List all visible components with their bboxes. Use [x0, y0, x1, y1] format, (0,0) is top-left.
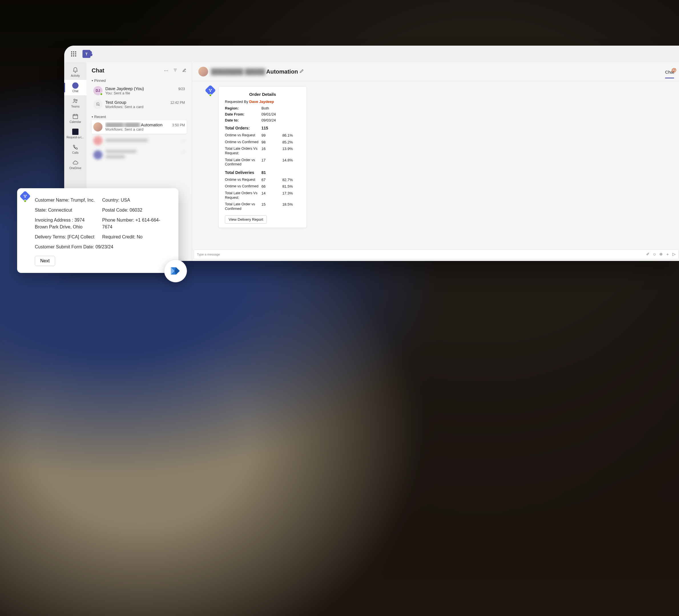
conversation-pane: ████████ █████ Automation Chat @ — [192, 62, 679, 261]
rail-label: Request-a-t… — [66, 136, 84, 139]
teams-logo-icon: T — [83, 50, 91, 58]
emoji-icon[interactable]: ☺ — [652, 252, 656, 257]
format-icon[interactable]: ✐ — [646, 252, 650, 257]
chat-name: Test Group — [105, 100, 126, 105]
svg-point-6 — [24, 195, 25, 196]
chat-icon — [72, 82, 78, 89]
customer-terms: [FCA] Collect — [67, 234, 94, 239]
title-bar: T — [64, 46, 679, 62]
cloud-icon — [72, 160, 78, 166]
chat-name: Dave Jaydeep (You) — [105, 86, 144, 91]
customer-postal: 06032 — [130, 208, 142, 212]
app-launcher-icon[interactable] — [71, 51, 76, 57]
new-chat-icon[interactable] — [182, 68, 187, 74]
section-pinned[interactable]: Pinned — [92, 78, 187, 83]
chat-preview: Workflows: Sent a card — [105, 105, 185, 109]
chat-time: 12:42 PM — [170, 101, 185, 105]
rail-request[interactable]: Request-a-t… — [64, 126, 87, 141]
chat-time: 3:50 PM — [172, 123, 185, 127]
requested-by-name: Dave Jaydeep — [249, 100, 274, 104]
svg-point-4 — [211, 89, 212, 90]
bot-avatar-icon — [20, 191, 31, 202]
svg-rect-2 — [73, 115, 78, 119]
chat-list-title: Chat — [92, 67, 104, 74]
section-recent[interactable]: Recent — [92, 115, 187, 119]
rail-activity[interactable]: Activity — [64, 64, 87, 80]
chat-name: ██████ █████ Automation — [105, 122, 162, 127]
conversation-avatar — [198, 67, 208, 76]
order-details-card: Order Details Requested By Dave Jaydeep … — [218, 87, 307, 228]
svg-point-7 — [26, 195, 27, 196]
rail-label: Calls — [72, 151, 78, 154]
rail-label: Activity — [71, 74, 80, 77]
compose-box[interactable]: Type a message ✐ ☺ ⊕ ＋ ▷ — [194, 249, 679, 259]
rail-label: Teams — [71, 105, 79, 108]
chat-row-test-group[interactable]: Test Group 12:42 PM Workflows: Sent a ca… — [92, 98, 187, 111]
svg-point-3 — [209, 89, 210, 90]
bot-avatar-icon — [205, 85, 216, 96]
svg-point-1 — [76, 100, 77, 101]
customer-credit: No — [137, 234, 142, 239]
rail-onedrive[interactable]: OneDrive — [64, 157, 87, 172]
chat-row-automation[interactable]: ██████ █████ Automation 3:50 PM Workflow… — [92, 120, 187, 134]
view-delivery-report-button[interactable]: View Delivery Report — [225, 215, 267, 224]
presence-icon — [100, 93, 103, 96]
rail-label: OneDrive — [69, 167, 82, 170]
card-title: Order Details — [225, 92, 300, 97]
svg-point-5 — [210, 91, 211, 92]
app-square-icon — [72, 129, 78, 135]
rail-label: Calendar — [70, 121, 82, 124]
conversation-body: @ Order Details Requested By Dave Jaydee… — [192, 81, 679, 261]
phone-icon — [72, 144, 78, 150]
bell-icon — [72, 67, 78, 73]
rail-calls[interactable]: Calls — [64, 141, 87, 157]
chat-row-blurred: --- — [92, 147, 187, 162]
mention-icon: @ — [671, 67, 676, 73]
compose-placeholder: Type a message — [197, 253, 220, 256]
chat-row-self[interactable]: DJ Dave Jaydeep (You) 9/23 You: Sent a f… — [92, 84, 187, 98]
customer-submit-date: 09/23/24 — [96, 244, 113, 249]
avatar — [93, 100, 102, 109]
chat-preview: Workflows: Sent a card — [105, 127, 185, 132]
svg-point-0 — [74, 99, 76, 101]
svg-point-8 — [25, 197, 26, 198]
calendar-icon — [72, 113, 78, 119]
power-automate-icon — [164, 260, 187, 282]
chat-time: 9/23 — [179, 87, 185, 91]
avatar: DJ — [93, 86, 102, 95]
rename-icon[interactable] — [299, 68, 304, 75]
rail-chat[interactable]: Chat — [64, 80, 87, 95]
filter-icon[interactable] — [173, 68, 177, 74]
next-button[interactable]: Next — [35, 256, 55, 266]
rail-calendar[interactable]: Calendar — [64, 111, 87, 126]
rail-label: Chat — [72, 90, 78, 93]
chat-preview: You: Sent a file — [105, 91, 185, 95]
customer-country: USA — [121, 198, 130, 203]
customer-state: Connecticut — [48, 208, 72, 212]
rail-teams[interactable]: Teams — [64, 95, 87, 111]
conversation-title: ████████ █████ Automation — [211, 68, 304, 75]
send-icon[interactable]: ▷ — [673, 252, 676, 257]
more-icon[interactable]: ⋯ — [164, 68, 168, 74]
customer-info-card: Customer Name: Trumpf, Inc. Country: USA… — [17, 188, 179, 273]
customer-name: Trumpf, Inc. — [70, 198, 95, 203]
conversation-header: ████████ █████ Automation Chat — [192, 62, 679, 81]
teams-icon — [72, 98, 78, 104]
chat-row-blurred: --- — [92, 134, 187, 147]
plus-icon[interactable]: ＋ — [666, 252, 670, 257]
avatar — [93, 122, 102, 132]
attach-icon[interactable]: ⊕ — [659, 252, 663, 257]
